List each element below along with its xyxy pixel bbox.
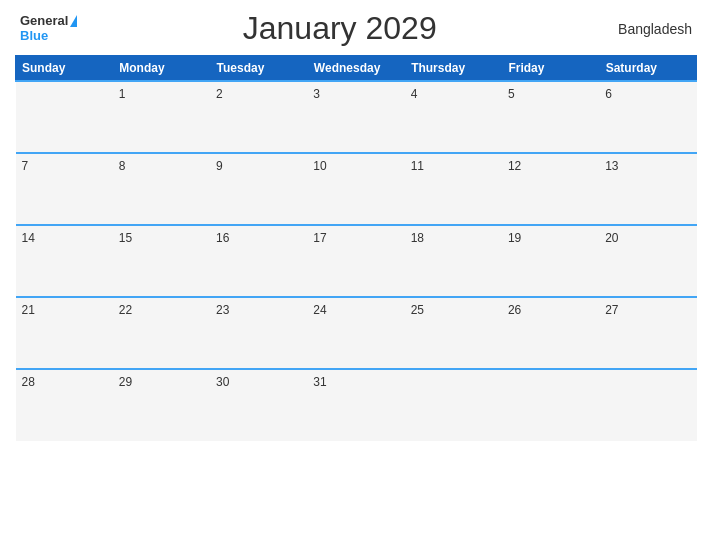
day-number: 26 [508,303,521,317]
calendar-day-cell: 17 [307,225,404,297]
weekday-header-row: Sunday Monday Tuesday Wednesday Thursday… [16,56,697,82]
calendar-week-row: 78910111213 [16,153,697,225]
col-saturday: Saturday [599,56,696,82]
day-number: 1 [119,87,126,101]
calendar-day-cell: 24 [307,297,404,369]
calendar-day-cell [502,369,599,441]
calendar-day-cell: 12 [502,153,599,225]
calendar-day-cell [599,369,696,441]
calendar-day-cell: 21 [16,297,113,369]
day-number: 23 [216,303,229,317]
calendar-day-cell: 4 [405,81,502,153]
day-number: 22 [119,303,132,317]
calendar-day-cell: 29 [113,369,210,441]
calendar-day-cell: 20 [599,225,696,297]
day-number: 9 [216,159,223,173]
calendar-day-cell [405,369,502,441]
day-number: 29 [119,375,132,389]
day-number: 2 [216,87,223,101]
calendar-day-cell: 9 [210,153,307,225]
calendar-container: General Blue January 2029 Bangladesh Sun… [0,0,712,550]
day-number: 28 [22,375,35,389]
calendar-week-row: 123456 [16,81,697,153]
day-number: 14 [22,231,35,245]
day-number: 16 [216,231,229,245]
calendar-title: January 2029 [77,10,602,47]
day-number: 7 [22,159,29,173]
calendar-day-cell: 3 [307,81,404,153]
calendar-day-cell: 16 [210,225,307,297]
calendar-day-cell: 6 [599,81,696,153]
calendar-day-cell: 10 [307,153,404,225]
calendar-day-cell: 28 [16,369,113,441]
day-number: 24 [313,303,326,317]
day-number: 18 [411,231,424,245]
col-thursday: Thursday [405,56,502,82]
calendar-thead: Sunday Monday Tuesday Wednesday Thursday… [16,56,697,82]
col-monday: Monday [113,56,210,82]
day-number: 25 [411,303,424,317]
calendar-day-cell: 13 [599,153,696,225]
calendar-week-row: 21222324252627 [16,297,697,369]
calendar-day-cell: 1 [113,81,210,153]
calendar-day-cell: 11 [405,153,502,225]
day-number: 27 [605,303,618,317]
day-number: 8 [119,159,126,173]
calendar-day-cell [16,81,113,153]
calendar-day-cell: 25 [405,297,502,369]
day-number: 17 [313,231,326,245]
day-number: 3 [313,87,320,101]
calendar-header: General Blue January 2029 Bangladesh [15,10,697,47]
logo-blue-text: Blue [20,29,48,43]
col-tuesday: Tuesday [210,56,307,82]
calendar-day-cell: 14 [16,225,113,297]
calendar-day-cell: 2 [210,81,307,153]
day-number: 4 [411,87,418,101]
day-number: 21 [22,303,35,317]
day-number: 12 [508,159,521,173]
col-sunday: Sunday [16,56,113,82]
calendar-day-cell: 7 [16,153,113,225]
day-number: 13 [605,159,618,173]
calendar-day-cell: 30 [210,369,307,441]
calendar-day-cell: 8 [113,153,210,225]
calendar-body: 1234567891011121314151617181920212223242… [16,81,697,441]
day-number: 20 [605,231,618,245]
day-number: 31 [313,375,326,389]
logo-triangle-icon [70,15,77,27]
day-number: 10 [313,159,326,173]
calendar-table: Sunday Monday Tuesday Wednesday Thursday… [15,55,697,441]
col-wednesday: Wednesday [307,56,404,82]
calendar-week-row: 28293031 [16,369,697,441]
logo: General Blue [20,14,77,43]
calendar-week-row: 14151617181920 [16,225,697,297]
calendar-day-cell: 15 [113,225,210,297]
day-number: 30 [216,375,229,389]
country-label: Bangladesh [602,21,692,37]
calendar-day-cell: 22 [113,297,210,369]
day-number: 19 [508,231,521,245]
calendar-day-cell: 5 [502,81,599,153]
calendar-day-cell: 31 [307,369,404,441]
day-number: 6 [605,87,612,101]
col-friday: Friday [502,56,599,82]
calendar-day-cell: 18 [405,225,502,297]
day-number: 15 [119,231,132,245]
calendar-day-cell: 26 [502,297,599,369]
logo-general-text: General [20,14,68,28]
calendar-day-cell: 27 [599,297,696,369]
calendar-day-cell: 19 [502,225,599,297]
day-number: 5 [508,87,515,101]
calendar-day-cell: 23 [210,297,307,369]
day-number: 11 [411,159,424,173]
